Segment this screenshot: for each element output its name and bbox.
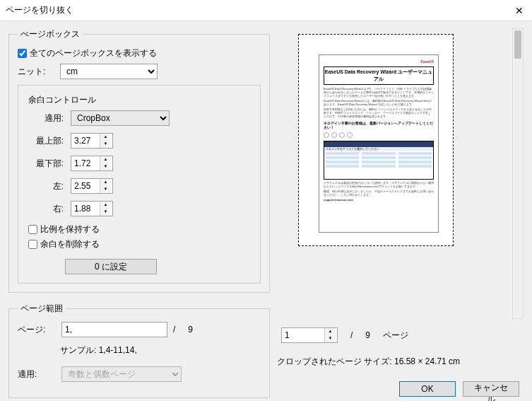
pager-label: ページ xyxy=(383,330,408,342)
pager-total: 9 xyxy=(365,330,370,340)
top-label: 最上部: xyxy=(28,135,71,147)
left-input[interactable] xyxy=(71,179,100,193)
slash: / xyxy=(173,325,175,335)
close-icon[interactable]: ✕ xyxy=(512,5,526,16)
pagebox-group: ぺージボックス 全てのページボックスを表示する ニット: cm 余白コントロール… xyxy=(8,28,270,293)
unit-select[interactable]: cm xyxy=(60,64,158,79)
remove-margin-checkbox[interactable] xyxy=(28,240,37,249)
remove-margin-label: 余白を削除する xyxy=(40,238,100,250)
top-input[interactable] xyxy=(71,134,100,148)
preview-screenshot: スキャンするディスクを選択してください xyxy=(324,141,434,180)
bottom-label: 最下部: xyxy=(28,158,71,170)
apply-label: 適用: xyxy=(28,112,71,124)
preview-doc-title: EaseUS Data Recovery Wizard ユーザーマニュアル xyxy=(324,66,434,85)
chevron-up-icon[interactable]: ▲ xyxy=(100,156,111,163)
top-spinner[interactable]: ▲▼ xyxy=(71,133,113,149)
margin-control-group: 余白コントロール 適用: CropBox 最上部: ▲▼ 最下部: xyxy=(18,85,261,284)
pagebox-legend: ぺージボックス xyxy=(18,28,83,40)
page-preview[interactable]: EaseUS EaseUS Data Recovery Wizard ユーザーマ… xyxy=(298,34,454,246)
scrollbar-thumb[interactable] xyxy=(514,30,521,59)
ok-button[interactable]: OK xyxy=(399,381,456,397)
chevron-down-icon[interactable]: ▼ xyxy=(100,186,111,193)
bottom-spinner[interactable]: ▲▼ xyxy=(71,156,113,171)
pagerange-legend: ページ範囲 xyxy=(18,303,66,315)
show-all-checkbox[interactable] xyxy=(18,49,27,58)
chevron-up-icon[interactable]: ▲ xyxy=(100,179,111,186)
preview-canvas: EaseUS EaseUS Data Recovery Wizard ユーザーマ… xyxy=(277,28,508,319)
show-all-label: 全てのページボックスを表示する xyxy=(30,47,157,59)
left-spinner[interactable]: ▲▼ xyxy=(71,178,113,194)
page-total: 9 xyxy=(188,325,193,335)
apply-select[interactable]: CropBox xyxy=(71,110,170,126)
chevron-down-icon[interactable]: ▼ xyxy=(100,163,111,170)
window-title: ページを切り抜く xyxy=(6,4,512,16)
crop-size-row: クロップされたページ サイズ: 16.58 × 24.71 cm xyxy=(277,356,524,368)
reset-button[interactable]: 0 に設定 xyxy=(65,259,157,274)
margin-legend: 余白コントロール xyxy=(28,94,250,106)
sample-label: サンプル: 1,4-11,14, xyxy=(60,344,261,356)
chevron-down-icon[interactable]: ▼ xyxy=(100,141,111,148)
left-label: 左: xyxy=(28,180,71,192)
page-label: ページ: xyxy=(18,324,56,336)
scrollbar[interactable] xyxy=(512,28,524,319)
cancel-button[interactable]: キャンセル xyxy=(463,381,519,397)
page-input[interactable] xyxy=(61,322,167,337)
keep-ratio-label: 比例を保持する xyxy=(40,223,100,236)
pager: ▲▼ / 9 ページ xyxy=(281,327,524,343)
right-spinner[interactable]: ▲▼ xyxy=(71,201,113,216)
unit-label: ニット: xyxy=(18,66,60,78)
crop-size-label: クロップされたページ サイズ: xyxy=(277,356,392,366)
chevron-down-icon[interactable]: ▼ xyxy=(100,209,111,216)
titlebar: ページを切り抜く ✕ xyxy=(0,0,532,21)
chevron-up-icon[interactable]: ▲ xyxy=(100,202,111,209)
pager-spinner[interactable]: ▲▼ xyxy=(281,327,338,343)
chevron-up-icon[interactable]: ▲ xyxy=(100,134,111,141)
chevron-up-icon[interactable]: ▲ xyxy=(325,328,336,335)
right-input[interactable] xyxy=(71,202,100,216)
footer: OK キャンセル xyxy=(0,376,532,401)
right-label: 右: xyxy=(28,203,71,215)
pager-slash: / xyxy=(350,330,353,340)
pager-input[interactable] xyxy=(282,328,324,342)
keep-ratio-checkbox[interactable] xyxy=(28,225,37,234)
bottom-input[interactable] xyxy=(71,156,100,170)
crop-size-value: 16.58 × 24.71 cm xyxy=(394,356,460,366)
chevron-down-icon[interactable]: ▼ xyxy=(325,335,336,342)
